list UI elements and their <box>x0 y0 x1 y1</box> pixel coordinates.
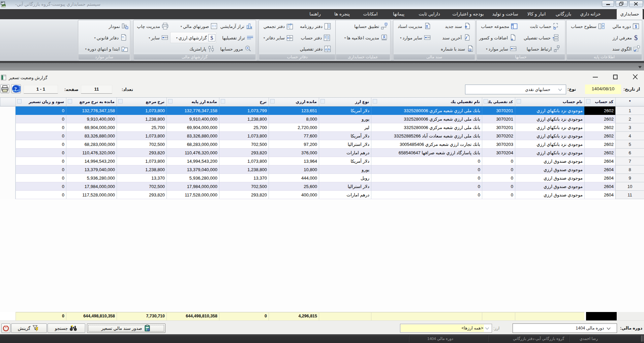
svg-text:$: $ <box>634 34 638 42</box>
svg-text:?: ? <box>14 86 17 92</box>
svg-text:23: 23 <box>468 49 471 52</box>
svg-text:$: $ <box>635 24 637 29</box>
svg-text:$: $ <box>210 35 213 41</box>
